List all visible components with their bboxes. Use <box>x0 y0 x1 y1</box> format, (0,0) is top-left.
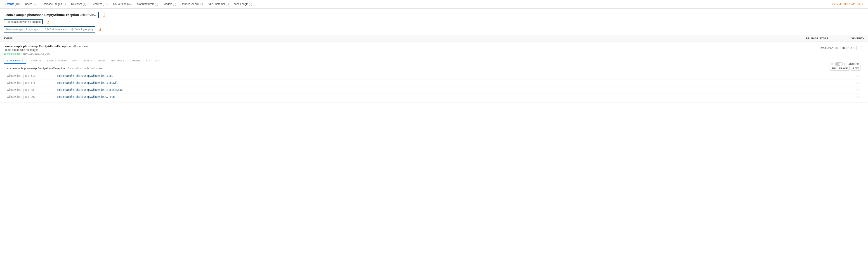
stack-frame-1: AlbumView.java:576 · com.example.photosn… <box>7 79 861 87</box>
tab-shutter-speed[interactable]: shutterSpeed(10) <box>179 0 206 8</box>
sub-tab-user[interactable]: USER <box>95 58 108 64</box>
frame-icon-2[interactable]: ⊙ <box>857 88 861 92</box>
handled-status: HANDLED <box>844 62 861 66</box>
event-sub-tabs: STACKTRACE THREADS BREADCRUMBS APP DEVIC… <box>4 58 864 64</box>
issue-meta-row: 16 minutes ago – 2 days ago · 6,143 all-… <box>4 26 95 33</box>
status-dot <box>835 47 838 49</box>
handled-badge: HANDLED <box>840 46 857 50</box>
tab-events[interactable]: Events(18) <box>3 0 22 8</box>
raw-button[interactable]: RAW <box>850 66 861 71</box>
stack-exception-name: com.example.photosnap.EmptyAlbumExceptio… <box>7 67 65 70</box>
col-header-event: EVENT <box>4 37 806 40</box>
frame-location-2: AlbumView.java:48 <box>7 88 53 92</box>
event-utc-time: Nov 10th, 23:51:53 UTC <box>23 53 50 55</box>
stacktrace-area: com.example.photosnap.EmptyAlbumExceptio… <box>4 64 864 102</box>
frame-icon-0[interactable]: ⊙ <box>857 74 861 78</box>
event-timestamps: 16 minutes ago Nov 10th, 23:51:53 UTC <box>4 53 820 55</box>
event-message: Found album with no images <box>4 48 820 52</box>
exception-view: AlbumView <box>80 13 96 17</box>
sub-tab-features[interactable]: FEATURES <box>108 58 127 64</box>
tab-releases[interactable]: Releases(1) <box>68 0 89 8</box>
comments-activity-button[interactable]: + COMMENTS & ACTIVITY <box>828 0 865 8</box>
tab-focal-length[interactable]: focalLength(5) <box>232 0 255 8</box>
tab-vip-customer[interactable]: VIP Customer(2) <box>206 0 232 8</box>
table-header: EVENT RELEASE STAGE SEVERITY <box>0 35 868 42</box>
sub-tab-device[interactable]: DEVICE <box>80 58 95 64</box>
issue-title-row: com.example.photosnap.EmptyAlbumExceptio… <box>4 12 864 18</box>
release-stage-value: production <box>820 46 833 50</box>
issue-header-right: P HANDLED <box>831 62 861 66</box>
sub-tab-threads[interactable]: THREADS <box>26 58 44 64</box>
issue-time-range: 16 minutes ago – 2 days ago <box>6 28 38 31</box>
issue-events-count: 6,143 all-time events <box>45 28 68 31</box>
event-exception-name: com.example.photosnap.EmptyAlbumExceptio… <box>4 44 71 48</box>
stack-frame-2: AlbumView.java:48 · com.example.photosna… <box>7 87 861 94</box>
stack-frame-3: AlbumView.java:202 · com.example.photosn… <box>7 94 861 100</box>
tab-models[interactable]: Models(9) <box>161 0 179 8</box>
handled-toggle[interactable] <box>835 62 843 66</box>
frame-icon-3[interactable]: ⊙ <box>857 95 861 99</box>
issue-title-box: com.example.photosnap.EmptyAlbumExceptio… <box>4 12 99 18</box>
frame-location-0: AlbumView.java:310 <box>7 74 53 77</box>
event-view-name: AlbumView <box>73 44 88 48</box>
full-trace-button[interactable]: FULL TRACE <box>830 66 850 71</box>
sub-tab-breadcrumbs[interactable]: BREADCRUMBS <box>44 58 70 64</box>
stack-exception-msg: Found album with no images <box>67 67 102 70</box>
tab-features[interactable]: Features(31) <box>89 0 111 8</box>
frame-icon-1[interactable]: ⊙ <box>857 81 861 85</box>
tab-os-versions[interactable]: OS versions(6) <box>110 0 134 8</box>
priority-label: P <box>831 63 833 66</box>
tab-users[interactable]: Users(17) <box>22 0 40 8</box>
frame-method-2: com.example.photosnap.AlbumView.access$0… <box>57 88 123 92</box>
frame-method-3: com.example.photosnap.AlbumView$2.run <box>57 95 115 98</box>
sub-tab-add-tag[interactable]: ADD TAG + <box>143 58 162 64</box>
grouping-icon: ⊙ <box>71 28 74 31</box>
col-header-release-stage: RELEASE STAGE <box>806 37 828 40</box>
more-options-icon[interactable]: ⋮ <box>859 45 864 51</box>
stack-frame-0: AlbumView.java:310 · com.example.photosn… <box>7 72 861 79</box>
issue-subtitle: Found album with no images <box>4 20 43 24</box>
annotation-1: 1 <box>103 12 105 18</box>
exception-name: com.example.photosnap.EmptyAlbumExceptio… <box>6 13 79 17</box>
frame-location-3: AlbumView.java:202 <box>7 95 53 98</box>
sub-tab-stacktrace[interactable]: STACKTRACE <box>4 58 26 64</box>
top-nav: Events(18) Users(17) Release Stages(1) R… <box>0 0 868 8</box>
sub-tab-app[interactable]: APP <box>70 58 80 64</box>
annotation-3: 3 <box>99 27 101 32</box>
event-row: com.example.photosnap.EmptyAlbumExceptio… <box>0 42 868 103</box>
event-relative-time: 16 minutes ago <box>4 53 21 55</box>
issue-grouping: ⊙ Default grouping <box>71 28 93 31</box>
tab-manufacturers[interactable]: Manufacturers(6) <box>134 0 161 8</box>
col-header-severity: SEVERITY <box>846 37 864 40</box>
annotation-2: 2 <box>46 20 49 25</box>
frame-method-0: com.example.photosnap.AlbumView.View <box>57 74 113 77</box>
frame-method-1: com.example.photosnap.AlbumView.ViewAll <box>57 81 118 85</box>
sub-tab-camera[interactable]: CAMERA <box>127 58 143 64</box>
issue-header: com.example.photosnap.EmptyAlbumExceptio… <box>0 8 868 35</box>
tab-release-stages[interactable]: Release Stages(1) <box>40 0 68 8</box>
frame-location-1: AlbumView.java:576 <box>7 81 53 85</box>
grouping-label: Default grouping <box>74 28 93 31</box>
